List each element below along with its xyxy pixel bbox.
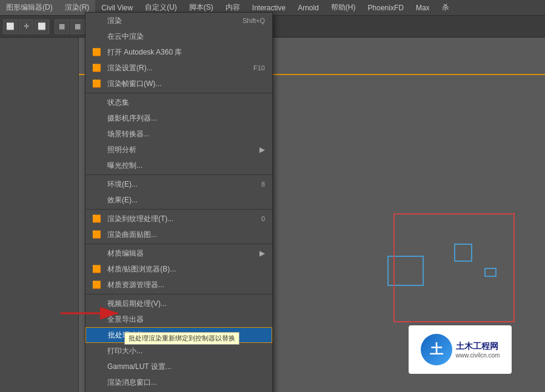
- render-shortcut: Shift+Q: [242, 17, 265, 24]
- tooltip-text: 批处理渲染重新绑定到控制器以替换: [129, 334, 235, 342]
- material-editor-label: 材质编辑器: [107, 248, 144, 259]
- render-surface-label: 渲染曲面贴图...: [107, 230, 157, 240]
- viewport-rect-red: [393, 213, 515, 322]
- logo-box: 土 土木工程网 www.civilcn.com: [409, 325, 512, 374]
- render-post-label: 渲染到纹理处理(T)...: [107, 214, 173, 224]
- menu-item-scene-converter[interactable]: 场景转换器...: [85, 126, 272, 142]
- logo-main-text: 土木工程网: [456, 341, 500, 352]
- toolbar-icon-3[interactable]: ⬜: [35, 19, 49, 34]
- toolbar-icon-4[interactable]: ▦: [55, 19, 69, 34]
- a360-icon: 🟧: [90, 48, 102, 56]
- menu-item-render-cloud[interactable]: 在云中渲染: [85, 28, 272, 44]
- state-sets-label: 状态集: [107, 98, 129, 108]
- left-panel: [0, 38, 79, 392]
- material-manager-label: 材质资源管理器...: [107, 280, 164, 290]
- exposure-label: 曝光控制...: [107, 161, 142, 171]
- material-browser-label: 材质/贴图浏览器(B)...: [107, 264, 176, 274]
- render-settings-label: 渲染设置(R)...: [107, 63, 153, 73]
- menu-item-state-sets[interactable]: 状态集: [85, 95, 272, 110]
- open-a360-label: 打开 Autodesk A360 库: [107, 47, 182, 58]
- render-settings-icon: 🟧: [90, 64, 102, 72]
- render-settings-shortcut: F10: [253, 64, 265, 71]
- toolbar-icon-2[interactable]: ✛: [19, 19, 33, 34]
- menu-item-render[interactable]: 渲染 Shift+Q: [85, 13, 272, 28]
- menu-item-open-a360[interactable]: 🟧 打开 Autodesk A360 库: [85, 44, 272, 60]
- render-surface-icon: 🟧: [90, 230, 102, 239]
- render-post-icon: 🟧: [90, 214, 102, 223]
- menu-item-material-browser[interactable]: 🟧 材质/贴图浏览器(B)...: [85, 261, 272, 277]
- menubar-phoenixfd[interactable]: PhoenixFD: [362, 0, 410, 15]
- menu-item-render-frame[interactable]: 🟧 渲染帧窗口(W)...: [85, 76, 272, 91]
- tooltip-box: 批处理渲染重新绑定到控制器以替换: [124, 332, 239, 345]
- render-cloud-label: 在云中渲染: [107, 32, 144, 42]
- panoramic-label: 全景导出器: [107, 314, 144, 325]
- render-post-shortcut: 0: [261, 215, 265, 222]
- menu-item-exposure[interactable]: 曝光控制...: [85, 158, 272, 173]
- menu-item-panoramic[interactable]: 全景导出器: [85, 311, 272, 327]
- render-label: 渲染: [107, 16, 122, 26]
- toolbar-icon-5[interactable]: ▦: [70, 19, 85, 34]
- video-post-label: 视频后期处理(V)...: [107, 299, 167, 309]
- divider-1: [85, 93, 272, 93]
- menu-item-lighting[interactable]: 照明分析 ▶: [85, 142, 272, 158]
- material-manager-icon: 🟧: [90, 281, 102, 289]
- render-message-label: 渲染消息窗口...: [107, 377, 157, 388]
- print-size-label: 打印大小...: [107, 346, 142, 356]
- menu-item-video-post[interactable]: 视频后期处理(V)...: [85, 296, 272, 311]
- menu-item-render-settings[interactable]: 🟧 渲染设置(R)... F10: [85, 60, 272, 76]
- menu-item-material-editor[interactable]: 材质编辑器 ▶: [85, 245, 272, 261]
- divider-3: [85, 209, 272, 210]
- environment-label: 环境(E)...: [107, 179, 138, 190]
- menubar-help[interactable]: 帮助(H): [325, 0, 362, 15]
- menu-item-render-post[interactable]: 🟧 渲染到纹理处理(T)... 0: [85, 211, 272, 227]
- gamma-lut-label: Gamma/LUT 设置...: [107, 362, 172, 372]
- divider-2: [85, 174, 272, 175]
- toolbar-sep-1: [52, 21, 52, 33]
- scene-converter-label: 场景转换器...: [107, 129, 150, 139]
- menu-item-print-size[interactable]: 打印大小...: [85, 343, 272, 359]
- logo-circle-text: 土: [430, 341, 443, 359]
- render-frame-label: 渲染帧窗口(W)...: [107, 79, 161, 89]
- menubar-kill[interactable]: 杀: [436, 0, 455, 15]
- camera-seq-label: 摄影机序列器...: [107, 113, 157, 124]
- menu-item-camera-seq[interactable]: 摄影机序列器...: [85, 110, 272, 126]
- lighting-arrow-icon: ▶: [259, 145, 265, 154]
- logo-url-text: www.civilcn.com: [456, 352, 500, 359]
- divider-5: [85, 294, 272, 294]
- material-browser-icon: 🟧: [90, 265, 102, 273]
- effects-label: 效果(E)...: [107, 195, 138, 205]
- menubar-arnold[interactable]: Arnold: [292, 0, 325, 15]
- lighting-label: 照明分析: [107, 145, 136, 155]
- divider-4: [85, 244, 272, 244]
- environment-shortcut: 8: [261, 181, 265, 188]
- render-frame-icon: 🟧: [90, 79, 102, 88]
- menubar-max[interactable]: Max: [410, 0, 436, 15]
- menu-item-effects[interactable]: 效果(E)...: [85, 192, 272, 208]
- menu-item-material-manager[interactable]: 🟧 材质资源管理器...: [85, 277, 272, 293]
- toolbar-icon-1[interactable]: ⬜: [3, 19, 18, 34]
- menu-item-render-surface[interactable]: 🟧 渲染曲面贴图...: [85, 227, 272, 242]
- menubar-graphics-editor[interactable]: 图形编辑器(D): [0, 0, 59, 15]
- material-editor-arrow-icon: ▶: [259, 249, 265, 257]
- menu-item-render-message[interactable]: 渲染消息窗口...: [85, 374, 272, 390]
- menu-item-environment[interactable]: 环境(E)... 8: [85, 176, 272, 192]
- menu-item-gamma-lut[interactable]: Gamma/LUT 设置...: [85, 359, 272, 374]
